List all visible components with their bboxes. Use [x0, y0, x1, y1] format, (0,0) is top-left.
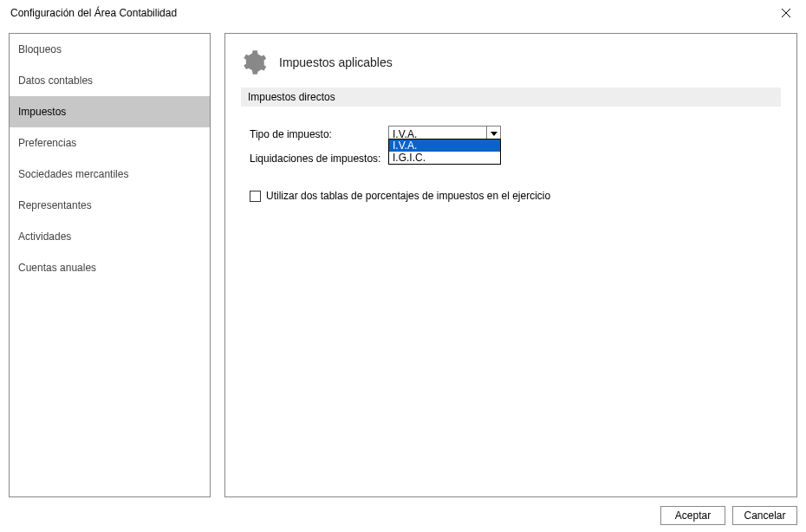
sidebar-item-label: Actividades	[18, 230, 71, 243]
sidebar-item-label: Preferencias	[18, 137, 76, 149]
dropdown-option-label: I.G.I.C.	[393, 152, 426, 164]
sidebar-item-cuentas-anuales[interactable]: Cuentas anuales	[10, 252, 210, 283]
row-tipo-impuesto: Tipo de impuesto: I.V.A. I.V.A. I.G.I.C.	[250, 122, 772, 146]
window-title: Configuración del Área Contabilidad	[10, 7, 773, 19]
svg-marker-2	[491, 132, 497, 136]
sidebar-item-label: Impuestos	[18, 106, 66, 118]
section-title: Impuestos directos	[248, 91, 335, 103]
titlebar: Configuración del Área Contabilidad	[0, 0, 806, 26]
dropdown-option-igic[interactable]: I.G.I.C.	[389, 152, 500, 164]
form: Tipo de impuesto: I.V.A. I.V.A. I.G.I.C.	[225, 107, 796, 217]
sidebar-item-actividades[interactable]: Actividades	[10, 221, 210, 252]
label-liquidaciones: Liquidaciones de impuestos:	[250, 152, 388, 165]
checkbox-dos-tablas[interactable]	[250, 191, 261, 202]
sidebar-item-preferencias[interactable]: Preferencias	[10, 127, 210, 159]
sidebar-item-label: Cuentas anuales	[18, 262, 96, 274]
button-label: Cancelar	[744, 509, 785, 522]
accept-button[interactable]: Aceptar	[660, 506, 725, 525]
close-icon	[782, 9, 790, 17]
button-label: Aceptar	[675, 509, 711, 522]
dropdown-option-iva[interactable]: I.V.A.	[389, 139, 500, 152]
gear-icon	[241, 49, 267, 75]
sidebar-item-representantes[interactable]: Representantes	[10, 190, 210, 221]
sidebar-item-datos-contables[interactable]: Datos contables	[10, 65, 210, 96]
sidebar: Bloqueos Datos contables Impuestos Prefe…	[9, 33, 211, 497]
content-panel: Impuestos aplicables Impuestos directos …	[224, 33, 797, 497]
dropdown-tipo-impuesto: I.V.A. I.G.I.C.	[388, 139, 501, 165]
dropdown-option-label: I.V.A.	[393, 139, 417, 152]
sidebar-item-label: Representantes	[18, 199, 92, 211]
cancel-button[interactable]: Cancelar	[732, 506, 797, 525]
close-button[interactable]	[773, 0, 799, 26]
sidebar-item-label: Sociedades mercantiles	[18, 168, 128, 180]
section-header: Impuestos directos	[241, 88, 781, 107]
sidebar-item-label: Bloqueos	[18, 43, 62, 55]
sidebar-item-bloqueos[interactable]: Bloqueos	[10, 34, 210, 65]
chevron-down-icon	[491, 132, 497, 137]
row-checkbox-dos-tablas[interactable]: Utilizar dos tablas de porcentajes de im…	[250, 190, 772, 202]
sidebar-item-impuestos[interactable]: Impuestos	[10, 96, 210, 127]
row-liquidaciones: Liquidaciones de impuestos:	[250, 146, 772, 171]
sidebar-item-label: Datos contables	[18, 75, 93, 87]
checkbox-label: Utilizar dos tablas de porcentajes de im…	[266, 190, 550, 202]
content-header: Impuestos aplicables	[225, 34, 796, 88]
label-tipo-impuesto: Tipo de impuesto:	[250, 128, 388, 140]
body-area: Bloqueos Datos contables Impuestos Prefe…	[9, 33, 797, 497]
dialog-buttons: Aceptar Cancelar	[660, 506, 797, 525]
content-title: Impuestos aplicables	[279, 55, 393, 69]
sidebar-item-sociedades-mercantiles[interactable]: Sociedades mercantiles	[10, 159, 210, 190]
